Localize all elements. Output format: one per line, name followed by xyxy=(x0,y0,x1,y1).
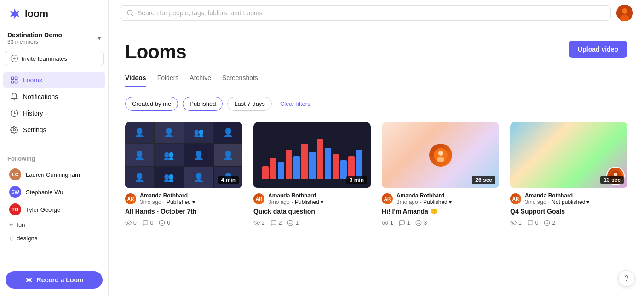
tab-screenshots[interactable]: Screenshots xyxy=(222,74,258,87)
record-btn-label: Record a Loom xyxy=(37,276,84,284)
author-name-3: Amanda Rothbard xyxy=(397,192,499,199)
svg-point-15 xyxy=(288,220,293,226)
sidebar-item-settings[interactable]: Settings xyxy=(3,122,105,138)
sidebar-item-notifications[interactable]: Notifications xyxy=(3,88,105,105)
eye-icon-2 xyxy=(253,220,260,226)
upload-video-button[interactable]: Upload video xyxy=(569,41,627,58)
video-duration-1: 4 min xyxy=(218,176,239,184)
video-title-4: Q4 Support Goals xyxy=(510,207,627,215)
video-card-1[interactable]: 👤 👤 👥 👤 👤 👥 👤 👤 👤 👥 👤 👤 4 min xyxy=(125,122,242,226)
comment-icon-2 xyxy=(270,220,277,226)
clear-filters-button[interactable]: Clear filters xyxy=(276,97,314,110)
video-thumb-2: 3 min xyxy=(253,122,371,188)
looms-icon xyxy=(10,76,18,84)
video-status-2[interactable]: Published ▾ xyxy=(295,199,323,205)
video-status-4[interactable]: Not published ▾ xyxy=(552,199,589,205)
video-title-1: All Hands - October 7th xyxy=(125,207,242,215)
author-avatar-3: AR xyxy=(382,193,393,204)
tabs-bar: Videos Folders Archive Screenshots xyxy=(125,74,627,87)
comment-icon-3 xyxy=(399,220,405,226)
help-button[interactable]: ? xyxy=(618,270,635,287)
invite-label: Invite teammates xyxy=(22,55,67,62)
record-loom-button[interactable]: Record a Loom xyxy=(6,271,103,289)
filter-last-7-days[interactable]: Last 7 days xyxy=(227,97,272,111)
author-name-2: Amanda Rothbard xyxy=(268,192,371,199)
video-card-2[interactable]: 3 min AR Amanda Rothbard 3mo ago · Publi… xyxy=(253,122,371,226)
notifications-nav-label: Notifications xyxy=(23,93,58,100)
avatar-lauren: LC xyxy=(9,168,21,180)
settings-nav-label: Settings xyxy=(23,126,46,133)
nav-section: Looms Notifications History xyxy=(0,70,108,140)
eye-icon-4 xyxy=(510,220,517,226)
svg-point-14 xyxy=(256,222,258,224)
invite-teammates-button[interactable]: + Invite teammates xyxy=(5,51,104,66)
looms-nav-label: Looms xyxy=(23,76,42,84)
avatar-tyler: TG xyxy=(9,203,21,215)
video-title-2: Quick data question xyxy=(253,207,371,215)
following-person-lauren[interactable]: LC Lauren Cunningham xyxy=(7,166,101,183)
video-thumb-3: 26 sec xyxy=(382,122,499,188)
svg-point-21 xyxy=(384,222,386,224)
video-meta-3: AR Amanda Rothbard 3mo ago · Published ▾ xyxy=(382,192,499,205)
topbar: Search for people, tags, folders, and Lo… xyxy=(109,0,644,26)
profile-avatar-3 xyxy=(434,148,448,162)
workspace-name: Destination Demo xyxy=(7,31,62,39)
following-person-tyler[interactable]: TG Tyler George xyxy=(7,201,101,218)
video-card-3[interactable]: 26 sec AR Amanda Rothbard 3mo ago · Publ… xyxy=(382,122,499,226)
tag-designs[interactable]: # designs xyxy=(7,232,101,245)
svg-rect-0 xyxy=(11,77,13,79)
svg-point-28 xyxy=(512,222,514,224)
workspace-selector[interactable]: Destination Demo 33 members ▾ xyxy=(0,28,108,51)
tab-archive[interactable]: Archive xyxy=(190,74,211,87)
search-bar[interactable]: Search for people, tags, folders, and Lo… xyxy=(120,5,611,21)
svg-point-11 xyxy=(160,220,165,226)
video-stats-4: 1 0 2 xyxy=(510,220,627,226)
user-avatar[interactable] xyxy=(616,5,633,21)
logo[interactable]: loom xyxy=(0,0,108,28)
video-stats-3: 1 1 3 xyxy=(382,220,499,226)
video-thumb-1: 👤 👤 👥 👤 👤 👥 👤 👤 👤 👥 👤 👤 4 min xyxy=(125,122,242,188)
svg-rect-2 xyxy=(11,81,13,83)
tab-videos[interactable]: Videos xyxy=(125,74,146,87)
page-title: Looms xyxy=(125,41,186,63)
author-avatar-1: AR xyxy=(125,193,136,204)
hash-icon-designs: # xyxy=(9,234,13,242)
person-name-lauren: Lauren Cunningham xyxy=(26,171,80,178)
author-avatar-2: AR xyxy=(253,193,264,204)
comment-icon-4 xyxy=(527,220,534,226)
sidebar-item-history[interactable]: History xyxy=(3,105,105,122)
video-status-1[interactable]: Published ▾ xyxy=(167,199,195,205)
video-card-4[interactable]: 13 sec AR Amanda Rothbard 3mo ago · Not … xyxy=(510,122,627,226)
views-3: 1 xyxy=(382,220,393,226)
page-header: Looms Upload video xyxy=(125,41,627,63)
filter-created-by-me[interactable]: Created by me xyxy=(125,97,178,111)
eye-icon-3 xyxy=(382,220,388,226)
video-time-4: 3mo ago xyxy=(525,199,546,205)
sidebar-item-looms[interactable]: Looms xyxy=(3,72,105,88)
video-time-1: 3mo ago xyxy=(140,199,161,205)
svg-point-5 xyxy=(13,129,16,131)
history-nav-label: History xyxy=(23,110,43,117)
app-name: loom xyxy=(25,8,48,20)
video-meta-4: AR Amanda Rothbard 3mo ago · Not publish… xyxy=(510,192,627,205)
video-status-3[interactable]: Published ▾ xyxy=(423,199,452,205)
video-grid: 👤 👤 👥 👤 👤 👥 👤 👤 👤 👥 👤 👤 4 min xyxy=(125,122,627,226)
gear-icon xyxy=(10,126,18,134)
following-person-stephanie[interactable]: SW Stephanie Wu xyxy=(7,183,101,201)
reactions-2: 1 xyxy=(287,220,299,226)
workspace-members: 33 members xyxy=(7,39,62,45)
tag-fun[interactable]: # fun xyxy=(7,218,101,232)
comment-icon-1 xyxy=(142,220,149,226)
reaction-icon-3 xyxy=(415,220,422,226)
chevron-down-icon: ▾ xyxy=(98,35,101,41)
tag-label-designs: designs xyxy=(17,235,37,242)
person-name-stephanie: Stephanie Wu xyxy=(26,189,63,196)
comments-3: 1 xyxy=(399,220,410,226)
search-icon xyxy=(126,9,134,17)
video-duration-4: 13 sec xyxy=(600,176,624,184)
svg-point-22 xyxy=(416,220,422,226)
user-profile-image xyxy=(616,5,633,21)
svg-point-10 xyxy=(127,222,129,224)
tab-folders[interactable]: Folders xyxy=(157,74,179,87)
filter-published[interactable]: Published xyxy=(183,97,223,111)
